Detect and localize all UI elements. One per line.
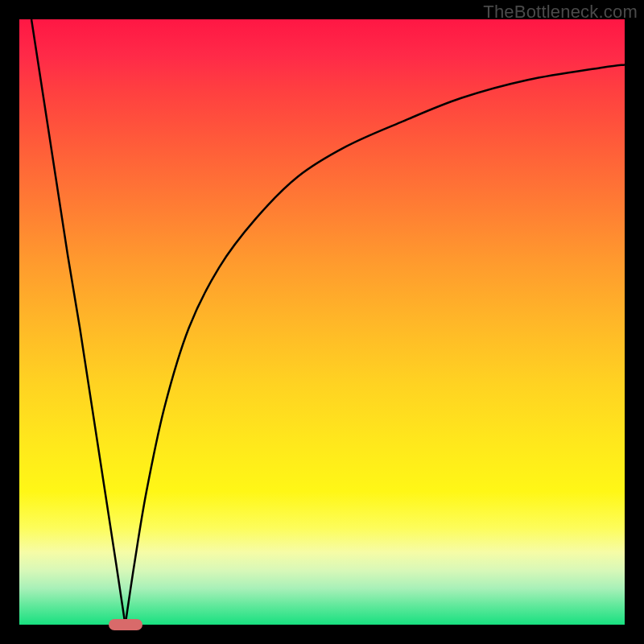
chart-frame: TheBottleneck.com [0,0,644,644]
bottleneck-curve-right [126,64,625,625]
bottleneck-curve-left [31,19,126,625]
min-marker [109,619,142,630]
curve-layer [19,19,625,625]
plot-area [19,19,625,625]
